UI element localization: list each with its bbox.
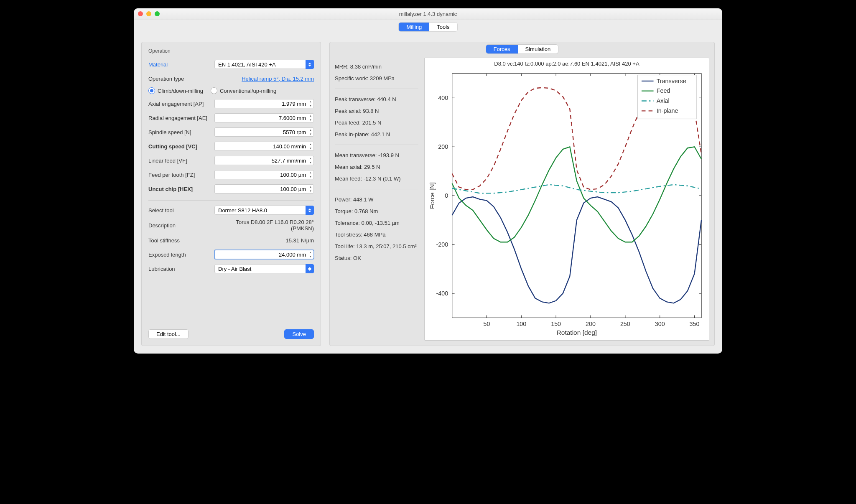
lubrication-select[interactable]: Dry - Air Blast [214,264,314,273]
solve-button[interactable]: Solve [284,329,314,339]
svg-text:50: 50 [484,321,490,327]
optype-row: Operation type Helical ramp 5°, Dia. 15.… [148,73,314,84]
section-title: Operation [148,48,314,54]
tab-milling[interactable]: Milling [399,23,429,31]
svg-text:Force [N]: Force [N] [428,182,436,209]
exposed-label: Exposed length [148,252,214,258]
peak-inplane-value: Peak in-plane: 442.1 N [335,131,418,137]
torque-value: Torque: 0.768 Nm [335,208,418,214]
close-icon[interactable] [138,11,143,16]
power-value: Power: 448.1 W [335,196,418,203]
fz-label: Feed per tooth [FZ] [148,172,214,178]
force-chart: -400-200020040050100150200250300350Rotat… [427,69,706,338]
svg-text:200: 200 [586,321,596,327]
vf-stepper[interactable]: ▲▼ [308,156,313,165]
tool-label: Select tool [148,207,214,214]
ap-stepper[interactable]: ▲▼ [308,99,313,108]
mean-transverse-value: Mean transverse: -193.9 N [335,152,418,158]
milling-direction-radios: Climb/down-milling Conventional/up-milli… [148,87,314,94]
divider [148,200,314,201]
optype-link[interactable]: Helical ramp 5°, Dia. 15.2 mm [214,76,314,82]
hex-stepper[interactable]: ▲▼ [308,185,313,193]
tab-simulation[interactable]: Simulation [518,45,558,53]
mrr-value: MRR: 8.38 cm³/min [335,64,418,70]
material-select-wrap: EN 1.4021, AISI 420 +A [214,60,314,69]
ae-label: Radial engagement [AE] [148,115,214,121]
ae-input[interactable] [214,113,314,122]
svg-text:Transverse: Transverse [657,78,686,84]
tab-forces[interactable]: Forces [486,45,518,53]
tolerance-value: Tolerance: 0.00, -13.51 µm [335,220,418,226]
ae-stepper[interactable]: ▲▼ [308,114,313,122]
vf-label: Linear feed [VF] [148,158,214,164]
status-value: Status: OK [335,255,418,261]
hex-input[interactable] [214,184,314,193]
ap-label: Axial engagement [AP] [148,101,214,107]
svg-text:350: 350 [690,321,700,327]
svg-text:In-plane: In-plane [657,107,678,114]
desc-label: Description [148,222,214,229]
conventional-radio-label[interactable]: Conventional/up-milling [211,87,276,94]
stiffness-value: 15.31 N/µm [214,237,314,244]
exposed-stepper[interactable]: ▲▼ [308,250,313,259]
vc-label: Cutting speed [VC] [148,143,214,150]
n-input[interactable] [214,127,314,137]
svg-text:400: 400 [438,94,448,101]
desc-value: Torus D8.00 2F L16.0 R0.20 28° (PMKSN) [214,219,314,232]
tool-select[interactable]: Dormer S812 HA8.0 [214,206,314,215]
mean-axial-value: Mean axial: 29.5 N [335,164,418,170]
edit-tool-button[interactable]: Edit tool... [148,329,189,339]
operation-panel: Operation Material EN 1.4021, AISI 420 +… [141,42,321,346]
vc-stepper[interactable]: ▲▼ [308,142,313,150]
lubrication-label: Lubrication [148,266,214,272]
conventional-radio[interactable] [211,87,217,94]
chart-area: D8.0 vc:140 fz:0.000 ap:2.0 ae:7.60 EN 1… [424,58,709,341]
fz-stepper[interactable]: ▲▼ [308,171,313,179]
chart-title: D8.0 vc:140 fz:0.000 ap:2.0 ae:7.60 EN 1… [427,61,706,67]
mean-feed-value: Mean feed: -12.3 N (0.1 W) [335,176,418,182]
sub-tabs: Forces Simulation [486,45,558,53]
vf-input[interactable] [214,156,314,165]
peak-transverse-value: Peak transverse: 440.4 N [335,96,418,102]
vc-input[interactable] [214,142,314,151]
climb-radio-label[interactable]: Climb/down-milling [148,87,203,94]
material-label[interactable]: Material [148,61,214,68]
tool-stress-value: Tool stress: 468 MPa [335,232,418,238]
results-column: MRR: 8.38 cm³/min Specific work: 3209 MP… [335,58,418,341]
peak-feed-value: Peak feed: 201.5 N [335,120,418,126]
svg-text:-200: -200 [436,241,448,248]
tab-tools[interactable]: Tools [429,23,457,31]
traffic-lights [138,11,160,16]
results-panel: Forces Simulation MRR: 8.38 cm³/min Spec… [329,42,715,346]
climb-label: Climb/down-milling [158,88,203,94]
n-stepper[interactable]: ▲▼ [308,128,313,136]
exposed-input[interactable] [214,250,314,259]
app-window: millalyzer 1.4.3 dynamic Milling Tools O… [134,8,722,354]
svg-text:200: 200 [438,143,448,150]
svg-text:Axial: Axial [657,97,670,104]
sub-tabbar: Forces Simulation [335,45,709,53]
peak-axial-value: Peak axial: 93.8 N [335,108,418,114]
zoom-icon[interactable] [155,11,160,16]
material-row: Material EN 1.4021, AISI 420 +A [148,59,314,70]
material-select[interactable]: EN 1.4021, AISI 420 +A [214,60,314,69]
ap-input[interactable] [214,99,314,108]
titlebar: millalyzer 1.4.3 dynamic [134,8,722,20]
svg-text:-400: -400 [436,290,448,297]
divider [335,89,418,89]
hex-label: Uncut chip [HEX] [148,186,214,192]
right-body: MRR: 8.38 cm³/min Specific work: 3209 MP… [335,58,709,341]
climb-radio[interactable] [148,87,155,94]
fz-input[interactable] [214,170,314,179]
svg-text:0: 0 [445,192,448,199]
main-tabbar: Milling Tools [134,20,722,34]
divider [335,145,418,145]
svg-text:100: 100 [516,321,526,327]
optype-label: Operation type [148,76,214,82]
minimize-icon[interactable] [146,11,151,16]
svg-text:300: 300 [655,321,665,327]
stiffness-label: Tool stiffness [148,237,214,244]
content: Operation Material EN 1.4021, AISI 420 +… [134,34,722,354]
n-label: Spindle speed [N] [148,129,214,135]
svg-text:250: 250 [620,321,630,327]
